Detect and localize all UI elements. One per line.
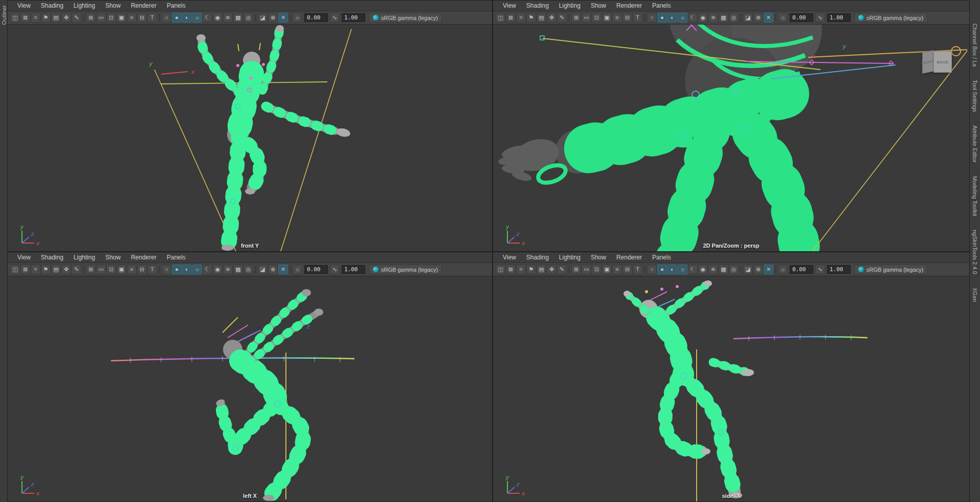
gamma-icon[interactable]: ∿ xyxy=(330,265,340,274)
resolution-gate-icon[interactable]: ⊡ xyxy=(592,265,602,274)
color-management-chip[interactable]: sRGB gamma (legacy) xyxy=(369,265,442,274)
view-cube[interactable]: RIGHT BACK xyxy=(922,51,952,73)
anti-aliasing-icon[interactable]: ▩ xyxy=(719,13,728,23)
menu-renderer[interactable]: Renderer xyxy=(126,253,161,261)
menu-shading[interactable]: Shading xyxy=(36,253,68,261)
motion-blur-icon[interactable]: ≋ xyxy=(708,13,718,23)
view-cube-back-face[interactable]: BACK xyxy=(933,51,952,73)
screen-space-ao-icon[interactable]: ◉ xyxy=(698,13,708,23)
gamma-icon[interactable]: ∿ xyxy=(815,265,825,274)
grease-pencil-icon[interactable]: ✎ xyxy=(557,265,567,274)
image-plane-icon[interactable]: ▤ xyxy=(537,265,546,274)
grid-icon[interactable]: ⊞ xyxy=(571,265,581,274)
resolution-gate-icon[interactable]: ⊡ xyxy=(106,265,116,274)
ngskintools-tab[interactable]: ngSkinTools 2.4.0 xyxy=(971,227,978,277)
safe-title-icon[interactable]: T xyxy=(147,265,157,274)
gamma-icon[interactable]: ∿ xyxy=(815,13,825,23)
gate-mask-icon[interactable]: ▣ xyxy=(117,13,126,23)
depth-of-field-icon[interactable]: ◎ xyxy=(729,13,739,23)
anti-aliasing-icon[interactable]: ▩ xyxy=(233,265,243,274)
screen-space-ao-icon[interactable]: ◉ xyxy=(698,265,708,274)
wireframe-icon[interactable]: ○ xyxy=(162,13,171,23)
exposure-field[interactable] xyxy=(304,265,328,274)
shadows-icon[interactable]: ☾ xyxy=(688,265,698,274)
xray-icon[interactable]: ⊗ xyxy=(268,265,278,274)
grid-icon[interactable]: ⊞ xyxy=(86,265,96,274)
resolution-gate-icon[interactable]: ⊡ xyxy=(106,13,116,23)
wireframe-icon[interactable]: ○ xyxy=(162,265,171,274)
menu-panels[interactable]: Panels xyxy=(648,253,676,261)
menu-show[interactable]: Show xyxy=(101,2,125,10)
wireframe-icon[interactable]: ○ xyxy=(647,265,657,274)
motion-blur-icon[interactable]: ≋ xyxy=(708,265,718,274)
gamma-field[interactable] xyxy=(342,13,365,22)
lock-camera-icon[interactable]: ⊠ xyxy=(506,13,516,23)
safe-action-icon[interactable]: ⊟ xyxy=(622,265,632,274)
isolate-select-icon[interactable]: ◪ xyxy=(258,13,268,23)
bookmarks-icon[interactable]: ⚑ xyxy=(41,265,51,274)
gamma-icon[interactable]: ∿ xyxy=(330,13,340,23)
menu-show[interactable]: Show xyxy=(586,2,611,10)
viewport-scene-front[interactable]: x y xyxy=(8,25,492,251)
safe-action-icon[interactable]: ⊟ xyxy=(137,13,147,23)
textured-icon[interactable]: ◐ xyxy=(667,265,677,274)
menu-panels[interactable]: Panels xyxy=(162,2,190,10)
select-camera-icon[interactable]: ◫ xyxy=(10,265,20,274)
gate-mask-icon[interactable]: ▣ xyxy=(602,13,612,23)
select-camera-icon[interactable]: ◫ xyxy=(496,265,505,274)
depth-of-field-icon[interactable]: ◎ xyxy=(729,265,739,274)
menu-view[interactable]: View xyxy=(498,253,521,261)
screen-space-ao-icon[interactable]: ◉ xyxy=(213,265,222,274)
menu-renderer[interactable]: Renderer xyxy=(126,2,161,10)
shadows-icon[interactable]: ☾ xyxy=(203,13,212,23)
depth-of-field-icon[interactable]: ◎ xyxy=(243,265,253,274)
tool-settings-tab[interactable]: Tool Settings xyxy=(971,77,978,115)
motion-blur-icon[interactable]: ≋ xyxy=(223,265,233,274)
film-gate-icon[interactable]: ▭ xyxy=(582,265,591,274)
film-gate-icon[interactable]: ▭ xyxy=(96,265,106,274)
bookmarks-icon[interactable]: ⚑ xyxy=(526,265,536,274)
color-management-chip[interactable]: sRGB gamma (legacy) xyxy=(854,265,927,274)
use-all-lights-icon[interactable]: ☼ xyxy=(192,265,202,274)
xray-joints-icon[interactable]: ✕ xyxy=(278,265,288,274)
menu-panels[interactable]: Panels xyxy=(648,2,676,10)
menu-shading[interactable]: Shading xyxy=(522,2,553,10)
viewport-scene-side[interactable]: y x z side -X xyxy=(493,276,969,501)
menu-lighting[interactable]: Lighting xyxy=(69,2,100,10)
exposure-icon[interactable]: ☼ xyxy=(778,265,788,274)
use-all-lights-icon[interactable]: ☼ xyxy=(678,265,687,274)
color-management-chip[interactable]: sRGB gamma (legacy) xyxy=(369,13,442,23)
isolate-select-icon[interactable]: ◪ xyxy=(743,265,753,274)
exposure-icon[interactable]: ☼ xyxy=(293,13,302,23)
motion-blur-icon[interactable]: ≋ xyxy=(223,13,233,23)
grease-pencil-icon[interactable]: ✎ xyxy=(72,13,81,23)
lock-camera-icon[interactable]: ⊠ xyxy=(20,13,30,23)
textured-icon[interactable]: ◐ xyxy=(182,13,192,23)
viewport-scene-persp[interactable]: x y RIGHT BACK y x z 2D Pan/Zo xyxy=(493,25,969,251)
2d-pan-zoom-icon[interactable]: ✥ xyxy=(61,13,71,23)
xray-icon[interactable]: ⊗ xyxy=(753,13,763,23)
xray-joints-icon[interactable]: ✕ xyxy=(764,265,773,274)
exposure-field[interactable] xyxy=(304,13,328,22)
isolate-select-icon[interactable]: ◪ xyxy=(743,13,753,23)
menu-panels[interactable]: Panels xyxy=(162,253,190,261)
menu-lighting[interactable]: Lighting xyxy=(69,253,100,261)
gate-mask-icon[interactable]: ▣ xyxy=(117,265,126,274)
2d-pan-zoom-icon[interactable]: ✥ xyxy=(547,265,556,274)
grease-pencil-icon[interactable]: ✎ xyxy=(557,13,567,23)
xgen-tab[interactable]: XGen xyxy=(971,285,978,305)
2d-pan-zoom-icon[interactable]: ✥ xyxy=(547,13,556,23)
image-plane-icon[interactable]: ▤ xyxy=(537,13,546,23)
gamma-field[interactable] xyxy=(827,13,851,22)
color-management-chip[interactable]: sRGB gamma (legacy) xyxy=(854,13,927,23)
menu-view[interactable]: View xyxy=(13,253,35,261)
safe-title-icon[interactable]: T xyxy=(633,13,642,23)
shaded-icon[interactable]: ● xyxy=(657,13,667,23)
field-chart-icon[interactable]: ≡ xyxy=(612,265,622,274)
menu-lighting[interactable]: Lighting xyxy=(554,253,585,261)
menu-view[interactable]: View xyxy=(13,2,35,10)
attribute-editor-tab[interactable]: Attribute Editor xyxy=(971,122,978,166)
xray-icon[interactable]: ⊗ xyxy=(753,265,763,274)
shaded-icon[interactable]: ● xyxy=(172,265,182,274)
menu-renderer[interactable]: Renderer xyxy=(612,2,647,10)
